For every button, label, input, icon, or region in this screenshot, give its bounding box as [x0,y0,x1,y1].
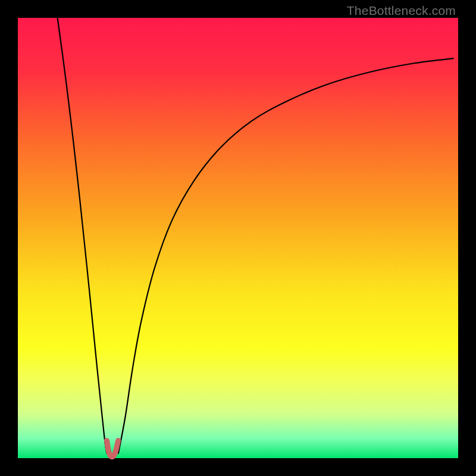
curve-layer [18,18,458,458]
right-branch-curve [118,58,454,454]
attribution-label: TheBottleneck.com [347,4,456,18]
plot-area [18,18,458,458]
left-branch-curve [58,18,107,454]
chart-frame: TheBottleneck.com [0,0,476,476]
valley-mark-curve [107,440,118,456]
